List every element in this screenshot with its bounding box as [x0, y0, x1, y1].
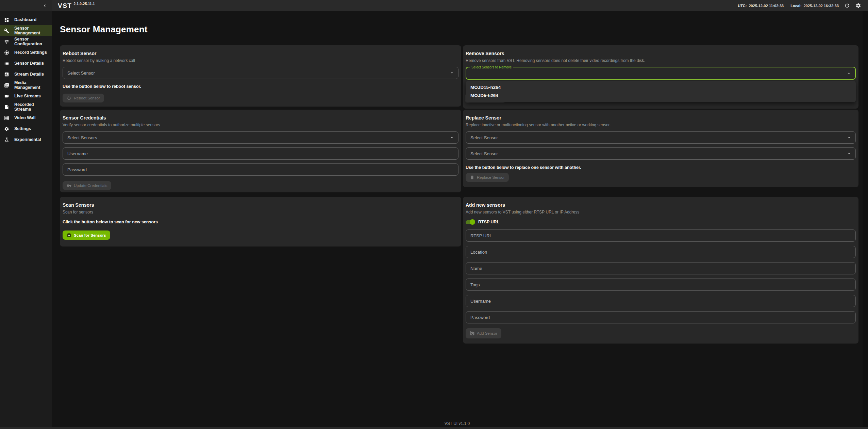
collapse-sidebar-button[interactable]	[42, 3, 47, 8]
button-label: Add Sensor	[477, 331, 497, 335]
sidebar-item-label: Live Streams	[14, 94, 41, 98]
add-new-sensors-panel: Add new sensors Add new sensors to VST u…	[463, 197, 858, 344]
input-placeholder: Tags	[470, 282, 480, 287]
chevron-down-icon	[847, 135, 852, 140]
add-sensor-password-input[interactable]: Password	[466, 311, 856, 323]
add-sensor-username-input[interactable]: Username	[466, 295, 856, 307]
restart-icon	[67, 96, 71, 100]
dropdown-option-mojd15-h264[interactable]: MOJD15-h264	[466, 83, 856, 92]
sidebar-item-label: Experimental	[14, 137, 41, 142]
scan-instruction: Click the button below to scan for new s…	[63, 220, 458, 224]
trash-icon	[470, 175, 474, 180]
replace-sensor-panel: Replace Sensor Replace inactive or malfu…	[463, 110, 858, 187]
select-label: Select Sensor	[470, 151, 498, 156]
scan-sensors-panel: Scan Sensors Scan for sensors Click the …	[60, 197, 461, 247]
rtsp-toggle-row: RTSP URL	[466, 219, 856, 225]
add-sensor-rtsp-url-input[interactable]: RTSP URL	[466, 229, 856, 242]
sidebar-item-label: Sensor Management	[14, 26, 52, 35]
sidebar-item-live-streams[interactable]: Live Streams	[0, 91, 52, 101]
sidebar-item-recorded-streams[interactable]: Recorded Streams	[0, 101, 52, 112]
sidebar-item-sensor-management[interactable]: Sensor Management	[0, 25, 52, 36]
utc-label: UTC:	[738, 4, 747, 8]
app-version: 2.1.0-25.11.1	[73, 2, 95, 6]
sidebar-item-dashboard[interactable]: Dashboard	[0, 14, 52, 25]
camera-icon	[67, 233, 71, 238]
add-sensor-name-input[interactable]: Name	[466, 262, 856, 274]
replace-select-sensor-2[interactable]: Select Sensor	[466, 147, 856, 160]
credentials-select-sensors[interactable]: Select Sensors	[63, 131, 458, 144]
refresh-button[interactable]	[844, 3, 850, 9]
dropdown-option-mojd5-h264[interactable]: MOJD5-h264	[466, 92, 856, 100]
panel-subtitle: Replace inactive or malfunctioning senso…	[466, 123, 856, 128]
add-sensor-fields: RTSP URLLocationNameTagsUsernamePassword	[466, 229, 856, 323]
toggle-knob	[470, 219, 475, 225]
page-title: Sensor Management	[60, 24, 148, 35]
bottom-strip	[0, 427, 868, 429]
sensor-credentials-panel: Sensor Credentials Verify sensor credent…	[60, 110, 461, 192]
scan-for-sensors-button[interactable]: Scan for Sensors	[63, 231, 110, 240]
button-label: Update Credentials	[74, 184, 107, 188]
reboot-select-sensor[interactable]: Select Sensor	[63, 67, 458, 79]
replace-sensor-button[interactable]: Replace Sensor	[466, 173, 509, 182]
panel-subtitle: Remove sensors from VST. Removing sensor…	[466, 58, 856, 63]
combobox-floating-label: Select Sensors to Remove	[470, 65, 513, 69]
sidebar-item-label: Stream Details	[14, 72, 44, 77]
sidebar-item-label: Sensor Configuration	[14, 37, 52, 46]
sidebar-item-label: Sensor Details	[14, 61, 44, 66]
reboot-sensor-panel: Reboot Sensor Reboot sensor by making a …	[60, 45, 461, 107]
footer-version-text: VST UI v1.1.0	[445, 421, 470, 426]
sidebar-item-label: Recorded Streams	[14, 102, 52, 112]
button-label: Replace Sensor	[477, 175, 505, 179]
file-icon	[4, 105, 9, 110]
sidebar-item-label: Settings	[14, 126, 31, 131]
video-library-icon	[4, 83, 9, 88]
scrollbar[interactable]	[863, 11, 868, 429]
remove-sensors-combobox[interactable]: Select Sensors to Remove	[466, 67, 856, 80]
tune-icon	[4, 39, 9, 44]
input-placeholder: Name	[470, 266, 482, 271]
select-label: Select Sensor	[470, 135, 498, 140]
dropdown-options-list: MOJD15-h264MOJD5-h264	[466, 83, 856, 100]
input-placeholder: RTSP URL	[470, 233, 492, 238]
panel-subtitle: Scan for sensors	[63, 210, 458, 215]
panel-subtitle: Verify sensor credentials to authorize m…	[63, 123, 458, 128]
sidebar-item-sensor-configuration[interactable]: Sensor Configuration	[0, 36, 52, 47]
chevron-down-icon	[449, 135, 454, 140]
sidebar-header	[0, 0, 52, 11]
reboot-sensor-button[interactable]: Reboot Sensor	[63, 94, 104, 102]
credentials-password-input[interactable]: Password	[63, 163, 458, 176]
sidebar-item-label: Video Wall	[14, 115, 36, 120]
sidebar-item-media-management[interactable]: Media Management	[0, 80, 52, 91]
add-camera-icon	[470, 331, 474, 336]
panel-subtitle: Reboot sensor by making a network call	[63, 58, 458, 63]
sidebar-item-sensor-details[interactable]: Sensor Details	[0, 58, 52, 69]
sidebar-item-settings[interactable]: Settings	[0, 123, 52, 134]
button-label: Reboot Sensor	[74, 96, 100, 100]
panel-title: Replace Sensor	[466, 114, 856, 121]
remove-sensors-panel: Remove Sensors Remove sensors from VST. …	[463, 45, 858, 109]
chevron-down-icon	[449, 70, 454, 76]
sidebar-item-video-wall[interactable]: Video Wall	[0, 112, 52, 123]
input-placeholder: Password	[67, 167, 87, 172]
replace-instruction: Use the button below to replace one sens…	[466, 165, 856, 170]
credentials-username-input[interactable]: Username	[63, 147, 458, 160]
sidebar-item-record-settings[interactable]: Record Settings	[0, 47, 52, 58]
settings-gear-button[interactable]	[855, 3, 861, 9]
rtsp-url-toggle[interactable]	[466, 220, 474, 224]
add-sensor-location-input[interactable]: Location	[466, 246, 856, 258]
select-label: Select Sensor	[67, 70, 95, 76]
videocam-icon	[4, 94, 9, 99]
sensor-options-dropdown: MOJD15-h264MOJD5-h264	[466, 81, 856, 102]
sidebar-item-experimental[interactable]: Experimental	[0, 134, 52, 145]
sidebar-item-stream-details[interactable]: Stream Details	[0, 69, 52, 80]
add-sensor-tags-input[interactable]: Tags	[466, 279, 856, 291]
list-icon	[4, 61, 9, 66]
update-credentials-button[interactable]: Update Credentials	[63, 181, 111, 190]
flask-icon	[4, 137, 9, 142]
add-sensor-button[interactable]: Add Sensor	[466, 328, 501, 338]
panel-title: Reboot Sensor	[63, 50, 458, 57]
utc-time: UTC: 2025-12-02 11:02:33	[738, 4, 784, 8]
footer: VST UI v1.1.0	[52, 420, 863, 427]
replace-select-sensor-1[interactable]: Select Sensor	[466, 131, 856, 144]
sidebar-item-label: Media Management	[14, 80, 52, 90]
